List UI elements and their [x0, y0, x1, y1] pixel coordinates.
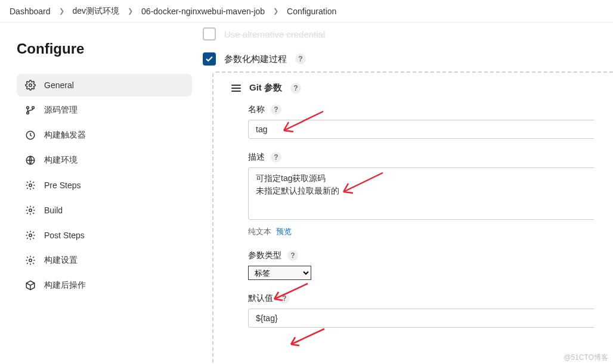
sidebar-item-label: Build — [44, 206, 63, 215]
sidebar-item-postbuild[interactable]: 构建后操作 — [17, 274, 192, 297]
sidebar-item-label: 源码管理 — [44, 105, 78, 116]
sidebar-item-build-settings[interactable]: 构建设置 — [17, 249, 192, 272]
checkbox-unchecked[interactable] — [203, 27, 216, 41]
svg-point-9 — [29, 259, 32, 262]
sidebar-item-build[interactable]: Build — [17, 199, 192, 222]
sidebar-item-scm[interactable]: 源码管理 — [17, 99, 192, 122]
help-icon[interactable]: ? — [290, 83, 301, 94]
breadcrumb: Dashboard ❯ dev测试环境 ❯ 06-docker-nginxweb… — [0, 0, 613, 23]
svg-point-0 — [29, 84, 32, 87]
description-label: 描述 — [248, 152, 265, 163]
svg-point-7 — [29, 209, 32, 212]
help-icon[interactable]: ? — [271, 152, 281, 163]
content-pane: Use alternative credential 参数化构建过程 ? Git… — [203, 23, 613, 364]
gear-icon — [25, 205, 36, 216]
gear-icon — [25, 230, 36, 241]
description-textarea[interactable] — [248, 167, 594, 220]
sidebar-item-label: 构建触发器 — [44, 130, 86, 141]
breadcrumb-job[interactable]: 06-docker-nginxwebui-maven-job — [141, 7, 265, 16]
sidebar-item-label: 构建设置 — [44, 255, 78, 266]
svg-point-2 — [32, 107, 35, 109]
parametrized-label: 参数化构建过程 — [224, 54, 287, 65]
plaintext-link[interactable]: 纯文本 — [248, 226, 271, 237]
truncated-label: Use alternative credential — [224, 29, 325, 39]
truncated-option: Use alternative credential — [203, 27, 613, 41]
breadcrumb-env[interactable]: dev测试环境 — [73, 6, 120, 17]
sidebar-item-presteps[interactable]: Pre Steps — [17, 174, 192, 197]
field-name: 名称 ? — [248, 104, 613, 139]
sidebar-item-poststeps[interactable]: Post Steps — [17, 224, 192, 247]
sidebar-item-label: 构建环境 — [44, 155, 78, 166]
globe-icon — [25, 155, 36, 166]
svg-point-8 — [29, 234, 32, 237]
field-param-type: 参数类型 ? 标签 — [248, 250, 613, 280]
git-parameter-title: Git 参数 — [249, 82, 282, 94]
preview-link[interactable]: 预览 — [276, 226, 292, 237]
name-label: 名称 — [248, 104, 265, 115]
field-description: 描述 ? 纯文本 预览 — [248, 152, 613, 237]
help-icon[interactable]: ? — [271, 104, 281, 115]
default-label: 默认值 — [248, 293, 273, 304]
param-type-select[interactable]: 标签 — [248, 266, 311, 280]
svg-point-1 — [27, 107, 29, 109]
chevron-right-icon: ❯ — [59, 7, 64, 15]
sidebar-item-label: Post Steps — [44, 231, 85, 240]
gear-icon — [25, 80, 36, 91]
help-icon[interactable]: ? — [295, 54, 306, 64]
package-icon — [25, 280, 36, 291]
page-title: Configure — [17, 41, 192, 57]
svg-point-6 — [29, 184, 32, 187]
param-type-label: 参数类型 — [248, 250, 281, 261]
name-input[interactable] — [248, 120, 594, 139]
gear-icon — [25, 180, 36, 191]
sidebar-item-label: 构建后操作 — [44, 280, 86, 291]
drag-handle-icon[interactable] — [231, 85, 241, 92]
breadcrumb-dashboard[interactable]: Dashboard — [10, 7, 51, 16]
gear-icon — [25, 255, 36, 266]
help-icon[interactable]: ? — [287, 250, 298, 261]
default-input[interactable] — [248, 309, 594, 328]
sidebar-item-general[interactable]: General — [17, 74, 192, 97]
chevron-right-icon: ❯ — [128, 7, 133, 15]
sidebar: Configure General 源码管理 构建触发器 构建环境 — [0, 23, 203, 364]
chevron-right-icon: ❯ — [273, 7, 278, 15]
parameters-panel: Git 参数 ? 名称 ? 描述 ? 纯文本 预览 — [212, 71, 613, 364]
field-default: 默认值 ? — [248, 293, 613, 328]
watermark: @51CTO博客 — [564, 353, 608, 363]
sidebar-item-triggers[interactable]: 构建触发器 — [17, 124, 192, 147]
checkbox-checked[interactable] — [203, 52, 216, 66]
help-icon[interactable]: ? — [279, 293, 290, 304]
breadcrumb-config[interactable]: Configuration — [287, 7, 336, 16]
clock-icon — [25, 130, 36, 141]
sidebar-item-label: General — [44, 80, 74, 90]
branch-icon — [25, 105, 36, 116]
sidebar-item-env[interactable]: 构建环境 — [17, 149, 192, 172]
sidebar-item-label: Pre Steps — [44, 181, 81, 190]
